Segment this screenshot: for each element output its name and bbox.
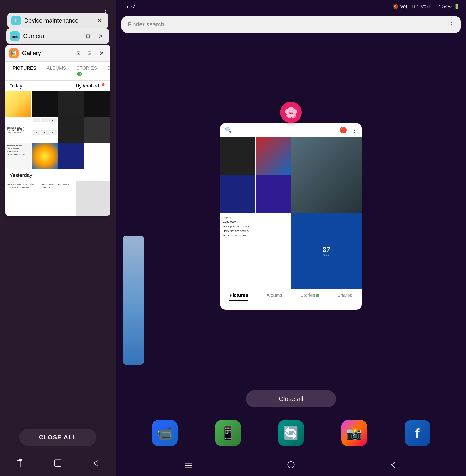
gallery-thumb-calculator[interactable]: C 7 8 4 5 6 [32,117,58,143]
instagram-dock-icon[interactable]: 📸 [341,420,367,446]
close-all-right-label: Close all [279,395,303,403]
maintenance-icon: 🛡️ [11,16,21,25]
facebook-dock-icon[interactable]: f [405,420,430,446]
yesterday-thumb-blank[interactable] [76,181,110,216]
gallery-app-floating-icon[interactable]: 🌸 [280,102,302,123]
preview-search-icon[interactable]: 🔍 [224,126,232,134]
back-nav-right[interactable] [388,460,399,471]
status-icons: 🔕 Vo) LTE1 Vo) LTE2 54% 🔋 [392,4,460,9]
preview-container: 🌸 🔍 🔴 ⋮ [220,112,362,310]
zoom-icon-glyph: 📹 [157,426,173,441]
close-all-button[interactable]: CLOSE ALL [19,429,96,446]
close-camera-button[interactable]: ✕ [96,31,105,41]
app-card-camera[interactable]: 📷 Camera ⊟ ✕ [6,28,109,44]
preview-left-col: Display Notifications Wallpapers and the… [220,137,291,290]
right-panel: 15:37 🔕 Vo) LTE1 Vo) LTE2 54% 🔋 Finder s… [116,0,466,476]
finder-options-icon[interactable]: ⋮ [448,21,454,28]
preview-header-right: 🔴 ⋮ [340,126,357,134]
gallery-thumb-1[interactable] [5,91,31,117]
yesterday-label: Yesterday [5,169,110,181]
preview-settings-list: Display Notifications Wallpapers and the… [220,213,291,290]
camera-title: Camera [23,33,84,39]
finder-search-bar[interactable]: Finder search ⋮ [121,16,461,33]
recent-apps-area: 🌸 🔍 🔴 ⋮ [116,36,466,386]
preview-tab-shared[interactable]: Shared [338,293,353,298]
tab-shared[interactable]: SHARED [102,61,110,80]
gallery-grid-row1 [5,91,110,117]
gallery-grid-row2: Bangalore 15:31 ☀ Barcelona 11:01 ☀ New … [5,117,110,143]
app-dock: 📹 📱 🔄 📸 f [116,412,466,454]
tab-albums[interactable]: ALBUMS [42,61,71,80]
battery-indicator: 54% [442,4,452,9]
close-maintenance-button[interactable]: ✕ [95,16,104,25]
preview-bottom-tabs: Pictures Albums Stories Shared [220,290,362,301]
tab-stories[interactable]: STORIES N [71,61,102,80]
instagram-icon-glyph: 📸 [346,426,362,441]
sync-icon-glyph: 🔄 [283,426,299,441]
gallery-yesterday-grid: Some text content Lorem ipsum dolor sit … [5,181,110,216]
stories-badge: N [77,72,82,76]
preview-right-col: 87 Good [291,137,362,290]
close-gallery-button[interactable]: ✕ [97,49,106,58]
battery-icon: 🔋 [454,4,460,9]
recent-apps-nav-icon[interactable] [14,458,25,468]
setting-item-5: Accounts and backup [222,233,289,238]
home-nav-icon[interactable] [52,458,63,468]
app-card-gallery[interactable]: 🖼️ Gallery ⊡ ⊟ ✕ PICTURES ALBUMS STORIES… [5,45,110,216]
preview-more-icon[interactable]: ⋮ [351,126,357,134]
preview-tab-pictures[interactable]: Pictures [230,293,248,298]
status-bar: 15:37 🔕 Vo) LTE1 Vo) LTE2 54% 🔋 [116,0,466,13]
gallery-thumb-settings[interactable] [58,117,84,143]
location-city: Hyderabad 📍 [76,83,106,89]
left-nav-bar [0,450,116,476]
gallery-preview-window[interactable]: 🔍 🔴 ⋮ [220,123,362,310]
gallery-icon: 🖼️ [9,49,19,58]
right-nav-bar [116,454,466,476]
gallery-expand-icon[interactable]: ⊡ [75,49,82,57]
svg-rect-3 [55,460,61,466]
gallery-thumb-2[interactable] [32,91,58,117]
preview-tab-albums[interactable]: Albums [266,293,282,298]
whatsapp-icon-glyph: 📱 [220,426,236,441]
back-nav-icon[interactable] [91,458,102,468]
setting-item-4: Biometrics and security [222,229,289,233]
sync-dock-icon[interactable]: 🔄 [278,420,304,446]
gallery-thumb-info[interactable]: Baseband versionKernel versionBuild numb… [5,143,31,169]
split-screen-icon[interactable]: ⊟ [84,32,92,40]
whatsapp-dock-icon[interactable]: 📱 [215,420,241,446]
preview-mini-screenshots [220,137,291,213]
gallery-thumb-homescreen[interactable] [58,143,84,169]
mute-icon: 🔕 [392,4,398,9]
close-all-label: CLOSE ALL [39,434,77,441]
preview-gauge: 87 Good [291,213,362,290]
today-label: Today [10,83,22,89]
setting-item-2: Notifications [222,220,289,224]
gallery-thumb-3[interactable] [58,91,84,117]
preview-window-header: 🔍 🔴 ⋮ [220,123,362,137]
yesterday-thumb-doc2[interactable]: Additional text content Headline lorem i… [40,181,75,216]
preview-car-photo [291,137,362,213]
gallery-thumb-orb[interactable] [32,143,58,169]
recents-nav-right[interactable] [183,460,194,471]
preview-tab-stories[interactable]: Stories [300,293,319,298]
gallery-location-bar: Today Hyderabad 📍 [5,81,110,91]
preview-header-actions: 🔍 [224,126,232,134]
camera-icon: 📷 [10,31,20,41]
home-nav-right[interactable] [286,460,296,471]
app-card-maintenance[interactable]: 🛡️ Device maintenance ✕ [8,13,108,28]
preview-notification-icon[interactable]: 🔴 [340,126,347,134]
gallery-thumb-schedule[interactable]: Bangalore 15:31 ☀ Barcelona 11:01 ☀ New … [5,117,31,143]
zoom-dock-icon[interactable]: 📹 [152,420,178,446]
partial-window-left[interactable] [123,236,144,365]
gallery-thumb-4[interactable] [84,91,110,117]
preview-content-grid: Display Notifications Wallpapers and the… [220,137,362,290]
svg-rect-0 [16,461,21,467]
close-all-right-button[interactable]: Close all [246,390,336,407]
setting-item-1: Display [222,216,289,220]
finder-placeholder-text: Finder search [128,21,164,28]
svg-rect-7 [288,462,294,468]
tab-pictures[interactable]: PICTURES [8,61,42,80]
yesterday-thumb-doc[interactable]: Some text content Lorem ipsum dolor sit … [5,181,40,216]
gallery-thumb-dark2[interactable] [84,117,110,143]
gallery-split-icon[interactable]: ⊟ [86,49,94,57]
